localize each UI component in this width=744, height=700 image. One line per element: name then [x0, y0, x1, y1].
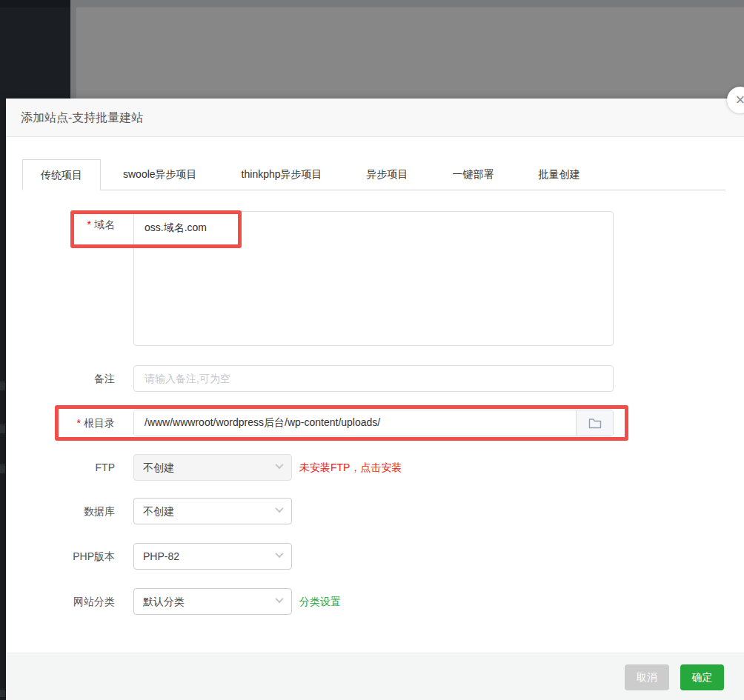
php-version-label: PHP版本	[6, 543, 115, 570]
domain-textarea[interactable]	[133, 211, 614, 346]
confirm-button[interactable]: 确定	[680, 664, 724, 690]
tab-bar: 传统项目 swoole异步项目 thinkphp异步项目 异步项目 一键部署 批…	[22, 159, 725, 190]
tab-one-click-deploy[interactable]: 一键部署	[431, 159, 517, 190]
ftp-install-link[interactable]: 未安装FTP，点击安装	[299, 454, 402, 481]
note-label: 备注	[6, 365, 115, 392]
tab-swoole-async[interactable]: swoole异步项目	[101, 159, 219, 190]
add-site-modal: 添加站点-支持批量建站 × 传统项目 swoole异步项目 thinkphp异步…	[6, 99, 744, 700]
tab-traditional-project[interactable]: 传统项目	[22, 159, 101, 190]
database-value: 不创建	[134, 499, 291, 524]
site-category-select[interactable]: 默认分类	[133, 588, 292, 615]
ftp-label: FTP	[6, 454, 115, 481]
domain-label: *域名	[6, 211, 115, 238]
root-dir-group	[133, 410, 614, 436]
app-window: 添加站点 高级设置 漏洞扫描 0 nginx 需求反馈 全部分类	[0, 0, 744, 700]
php-version-select[interactable]: PHP-82	[133, 543, 292, 570]
tab-thinkphp-async[interactable]: thinkphp异步项目	[219, 159, 345, 190]
ftp-select[interactable]: 不创建	[133, 454, 292, 481]
database-select[interactable]: 不创建	[133, 498, 292, 524]
note-input[interactable]	[133, 365, 614, 392]
browse-folder-button[interactable]	[576, 410, 613, 436]
category-settings-link[interactable]: 分类设置	[299, 588, 341, 615]
root-label: *根目录	[6, 410, 115, 436]
cancel-button[interactable]: 取消	[625, 664, 669, 690]
database-label: 数据库	[6, 498, 115, 524]
site-category-label: 网站分类	[6, 588, 115, 615]
required-mark: *	[77, 417, 81, 429]
close-icon: ×	[736, 90, 744, 110]
site-category-value: 默认分类	[134, 589, 291, 614]
ftp-value: 不创建	[134, 455, 291, 480]
folder-icon	[588, 418, 602, 429]
root-dir-input[interactable]	[134, 410, 576, 436]
modal-title: 添加站点-支持批量建站	[6, 99, 744, 137]
modal-footer: 取消 确定	[6, 653, 744, 700]
required-mark: *	[87, 219, 91, 230]
php-version-value: PHP-82	[134, 544, 291, 569]
modal-header: 添加站点-支持批量建站	[6, 99, 744, 137]
tab-batch-create[interactable]: 批量创建	[517, 159, 602, 190]
tab-async-project[interactable]: 异步项目	[345, 159, 431, 190]
